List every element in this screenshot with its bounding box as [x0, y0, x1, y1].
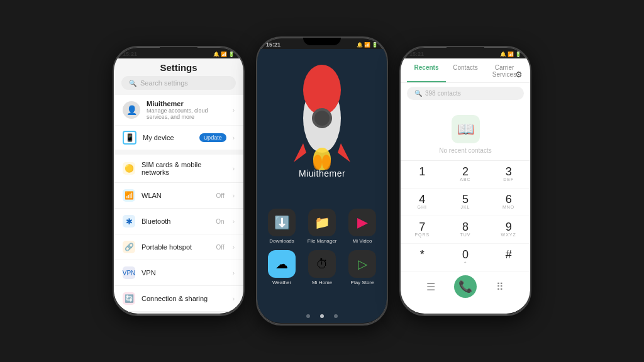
dial-key-0[interactable]: 0 +	[444, 244, 487, 272]
notch-2	[303, 38, 341, 45]
settings-screen: Settings 🔍 Search settings 👤 Miuithemer …	[114, 58, 243, 314]
gear-button[interactable]: ⚙	[515, 70, 523, 79]
no-contacts-text: No recent contacts	[439, 147, 491, 154]
dial-num-0: 0	[462, 249, 469, 260]
tab-contacts[interactable]: Contacts	[446, 61, 485, 82]
search-bar[interactable]: 🔍 Search settings	[121, 76, 236, 90]
file-manager-label: File Manager	[308, 238, 337, 244]
svg-point-8	[322, 155, 331, 170]
device-icon: 📱	[123, 131, 136, 145]
dial-key-star[interactable]: *	[401, 244, 444, 272]
wlan-value: Off	[216, 192, 225, 199]
time-1: 15:21	[123, 51, 137, 57]
hotspot-label: Portable hotspot	[142, 243, 210, 251]
phone-search-icon: 🔍	[414, 90, 422, 97]
dial-key-3[interactable]: 3 DEF	[487, 161, 530, 189]
dial-num-3: 3	[506, 166, 512, 177]
app-grid: ⬇️ Downloads 📁 File Manager ▶ Mi Video ☁…	[265, 209, 379, 285]
play-store-icon: ▷	[348, 250, 376, 278]
account-info: Miuithemer Manage accounts, cloud servic…	[147, 100, 226, 120]
settings-item-wlan[interactable]: 📶 WLAN Off ›	[114, 183, 243, 209]
wlan-chevron: ›	[233, 192, 235, 199]
connection-icon: 🔄	[123, 292, 135, 305]
dial-key-8[interactable]: 8 TUV	[444, 216, 487, 244]
status-icons-3: 🔔 📶 🔋	[500, 52, 521, 57]
dial-key-5[interactable]: 5 JKL	[444, 189, 487, 216]
dial-num-8: 8	[462, 221, 469, 233]
phone-dialer: 15:21 🔔 📶 🔋 ⚙ Recents Contacts Carrier S…	[399, 46, 531, 316]
weather-icon: ☁	[268, 250, 296, 278]
play-store-label: Play Store	[351, 280, 374, 285]
settings-item-connection[interactable]: 🔄 Connection & sharing ›	[114, 286, 243, 312]
contacts-count: 398 contacts	[425, 90, 461, 97]
app-file-manager[interactable]: 📁 File Manager	[305, 209, 339, 244]
dial-letters-7: PQRS	[414, 233, 430, 238]
dial-pad: 1 2 ABC 3 DEF 4 GHI 5 JKL 6 MNO	[401, 160, 530, 272]
dial-letters-8: TUV	[460, 233, 470, 238]
status-icons-1: 🔔 📶 🔋	[213, 52, 235, 57]
contacts-book-icon: 📖	[452, 115, 480, 143]
dial-num-2: 2	[462, 166, 469, 177]
svg-point-7	[313, 155, 322, 170]
settings-item-hotspot[interactable]: 🔗 Portable hotspot Off ›	[114, 234, 243, 260]
update-badge[interactable]: Update	[199, 133, 226, 142]
call-button[interactable]: 📞	[454, 275, 477, 298]
mi-home-label: Mi Home	[312, 280, 332, 285]
time-2: 15:21	[266, 41, 280, 48]
search-placeholder: Search settings	[140, 79, 188, 87]
app-mi-home[interactable]: ⏱ Mi Home	[305, 250, 339, 285]
dial-actions: ☰ 📞 ⠿	[401, 272, 530, 302]
tab-recents[interactable]: Recents	[407, 61, 446, 82]
phone-settings: 15:21 🔔 📶 🔋 Settings 🔍 Search settings 👤…	[113, 46, 245, 316]
phone-app-screen: ⚙ Recents Contacts Carrier Services 🔍 39…	[401, 58, 530, 314]
dial-key-2[interactable]: 2 ABC	[444, 161, 487, 189]
dial-key-1[interactable]: 1	[401, 161, 444, 189]
chevron-icon: ›	[233, 107, 235, 114]
settings-item-sim[interactable]: 🟡 SIM cards & mobile networks ›	[114, 155, 243, 183]
dial-num-6: 6	[506, 194, 512, 205]
rocket-graphic	[281, 55, 363, 181]
dial-key-7[interactable]: 7 PQRS	[401, 216, 444, 244]
mi-home-icon: ⏱	[308, 250, 336, 278]
dock-dot-2	[320, 314, 324, 318]
dial-key-9[interactable]: 9 WXYZ	[487, 216, 530, 244]
bluetooth-icon: ✱	[123, 215, 135, 228]
app-weather[interactable]: ☁ Weather	[265, 250, 299, 285]
launcher-screen: Miuithemer ✦ ✦ ⬇️ Downloads 📁 File Manag…	[257, 49, 387, 323]
dial-key-4[interactable]: 4 GHI	[401, 189, 444, 216]
app-play-store[interactable]: ▷ Play Store	[345, 250, 379, 285]
account-row[interactable]: 👤 Miuithemer Manage accounts, cloud serv…	[114, 95, 243, 125]
dial-num-star: *	[420, 249, 425, 260]
dock-dot-1	[306, 314, 310, 318]
connection-chevron: ›	[233, 295, 235, 302]
device-row[interactable]: 📱 My device Update ›	[114, 126, 243, 150]
voicemail-button[interactable]: ☰	[419, 275, 442, 298]
keypad-toggle-button[interactable]: ⠿	[489, 275, 511, 298]
app-downloads[interactable]: ⬇️ Downloads	[265, 209, 299, 244]
settings-item-vpn[interactable]: VPN VPN ›	[114, 260, 243, 286]
bluetooth-value: On	[216, 218, 224, 225]
dial-letters-3: DEF	[503, 177, 514, 183]
dial-key-hash[interactable]: #	[487, 244, 530, 272]
settings-item-bluetooth[interactable]: ✱ Bluetooth On ›	[114, 209, 243, 234]
dial-letters-2: ABC	[460, 177, 470, 183]
phone-search-bar[interactable]: 🔍 398 contacts	[407, 87, 524, 100]
sim-label: SIM cards & mobile networks	[142, 161, 226, 176]
connection-label: Connection & sharing	[142, 295, 226, 302]
hotspot-chevron: ›	[233, 244, 235, 251]
weather-label: Weather	[272, 280, 291, 285]
vpn-chevron: ›	[233, 270, 235, 277]
dial-letters-4: GHI	[418, 205, 427, 211]
svg-point-1	[303, 65, 341, 115]
no-contacts-area: 📖 No recent contacts	[401, 104, 530, 160]
hotspot-icon: 🔗	[123, 241, 135, 253]
dial-key-6[interactable]: 6 MNO	[487, 189, 530, 216]
launcher-app-name: Miuithemer	[257, 168, 387, 178]
phone-launcher: 15:21 🔔 📶 🔋 Miuith	[256, 36, 388, 326]
vpn-label: VPN	[142, 269, 226, 277]
hotspot-value: Off	[216, 244, 225, 251]
sim-chevron: ›	[233, 165, 235, 172]
account-sub: Manage accounts, cloud services, and mor…	[147, 107, 226, 120]
app-mi-video[interactable]: ▶ Mi Video	[345, 209, 379, 244]
dial-num-9: 9	[506, 221, 512, 233]
